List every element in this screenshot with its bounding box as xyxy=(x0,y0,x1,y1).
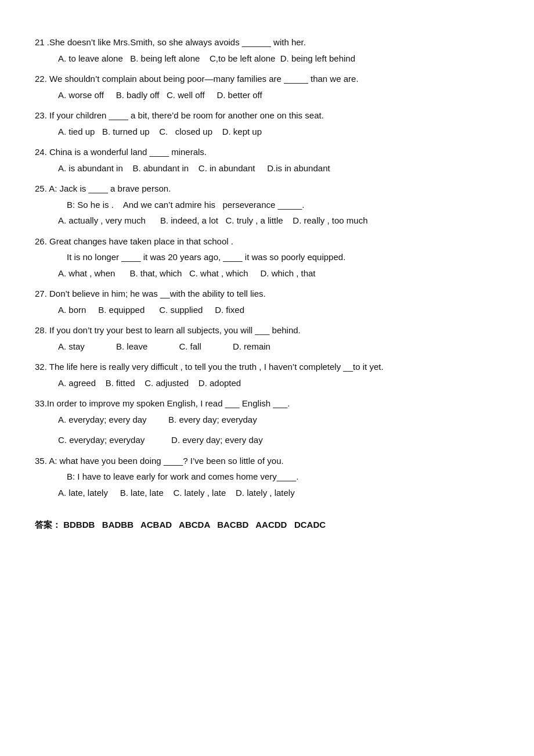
q24-options: A. is abundant in B. abundant in C. in a… xyxy=(35,161,499,176)
answer-label: 答案： xyxy=(35,520,61,530)
question-35: 35. A: what have you been doing ____? I’… xyxy=(35,453,499,501)
question-24: 24. China is a wonderful land ____ miner… xyxy=(35,145,499,175)
q26-text: 26. Great changes have taken place in th… xyxy=(35,234,499,249)
q24-text: 24. China is a wonderful land ____ miner… xyxy=(35,145,499,160)
question-23: 23. If your children ____ a bit, there’d… xyxy=(35,108,499,139)
question-33: 33.In order to improve my spoken English… xyxy=(35,396,499,448)
q22-options: A. worse off B. badly off C. well off D.… xyxy=(35,88,499,103)
answer-section: 答案： BDBDB BADBB ACBAD ABCDA BACBD AACDD … xyxy=(35,517,499,532)
q26-subA: It is no longer ____ it was 20 years ago… xyxy=(35,250,499,265)
q33-text: 33.In order to improve my spoken English… xyxy=(35,396,499,411)
q25-subA: B: So he is . And we can’t admire his pe… xyxy=(35,197,499,213)
question-26: 26. Great changes have taken place in th… xyxy=(35,234,499,281)
q35-subA: B: I have to leave early for work and co… xyxy=(35,469,499,484)
question-27: 27. Don’t believe in him; he was __with … xyxy=(35,286,499,317)
q25-text: 25. A: Jack is ____ a brave person. xyxy=(35,181,499,196)
question-21: 21 .She doesn’t like Mrs.Smith, so she a… xyxy=(35,35,499,66)
q28-text: 28. If you don’t try your best to learn … xyxy=(35,323,499,338)
q32-text: 32. The life here is really very difficu… xyxy=(35,359,499,375)
q21-options: A. to leave alone B. being left alone C,… xyxy=(35,51,499,66)
q32-options: A. agreed B. fitted C. adjusted D. adopt… xyxy=(35,376,499,391)
q25-options: A. actually , very much B. indeed, a lot… xyxy=(35,213,499,228)
q33-options1: A. everyday; every day B. every day; eve… xyxy=(35,412,499,427)
question-28: 28. If you don’t try your best to learn … xyxy=(35,323,499,354)
question-25: 25. A: Jack is ____ a brave person. B: S… xyxy=(35,181,499,228)
q35-options: A. late, lately B. late, late C. lately … xyxy=(35,485,499,501)
question-32: 32. The life here is really very difficu… xyxy=(35,359,499,390)
q23-options: A. tied up B. turned up C. closed up D. … xyxy=(35,124,499,139)
q27-options: A. born B. equipped C. supplied D. fixed xyxy=(35,303,499,318)
q21-text: 21 .She doesn’t like Mrs.Smith, so she a… xyxy=(35,35,499,50)
q26-options: A. what , when B. that, which C. what , … xyxy=(35,266,499,281)
q27-text: 27. Don’t believe in him; he was __with … xyxy=(35,286,499,301)
question-22: 22. We shouldn’t complain about being po… xyxy=(35,71,499,102)
answer-values: BDBDB BADBB ACBAD ABCDA BACBD AACDD DCAD… xyxy=(63,520,326,530)
q28-options: A. stay B. leave C. fall D. remain xyxy=(35,339,499,354)
q22-text: 22. We shouldn’t complain about being po… xyxy=(35,71,499,87)
q33-options2: C. everyday; everyday D. every day; ever… xyxy=(35,433,499,448)
q23-text: 23. If your children ____ a bit, there’d… xyxy=(35,108,499,123)
q35-text: 35. A: what have you been doing ____? I’… xyxy=(35,453,499,469)
